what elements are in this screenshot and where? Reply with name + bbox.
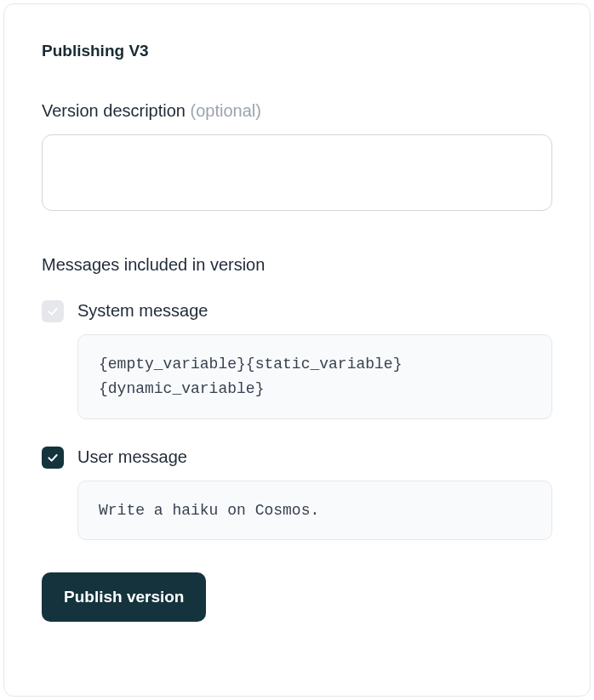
check-icon bbox=[46, 304, 60, 318]
messages-heading: Messages included in version bbox=[42, 255, 552, 275]
system-message-checkbox bbox=[42, 300, 64, 322]
user-message-label: User message bbox=[77, 445, 187, 469]
version-description-input[interactable] bbox=[42, 134, 552, 211]
publish-version-button[interactable]: Publish version bbox=[42, 572, 206, 622]
check-icon bbox=[46, 451, 60, 464]
system-message-content: {empty_variable}{static_variable}{dynami… bbox=[77, 334, 552, 419]
description-label: Version description (optional) bbox=[42, 101, 552, 121]
system-message-block: System message {empty_variable}{static_v… bbox=[42, 299, 552, 419]
page-title: Publishing V3 bbox=[42, 42, 552, 60]
description-label-text: Version description bbox=[42, 101, 186, 120]
system-message-row: System message bbox=[42, 299, 552, 322]
system-message-label: System message bbox=[77, 299, 208, 322]
user-message-block: User message Write a haiku on Cosmos. bbox=[42, 445, 552, 541]
description-optional-text: (optional) bbox=[191, 101, 261, 120]
user-message-checkbox[interactable] bbox=[42, 447, 64, 469]
user-message-content: Write a haiku on Cosmos. bbox=[77, 481, 552, 541]
publish-card: Publishing V3 Version description (optio… bbox=[3, 3, 591, 697]
user-message-row: User message bbox=[42, 445, 552, 469]
